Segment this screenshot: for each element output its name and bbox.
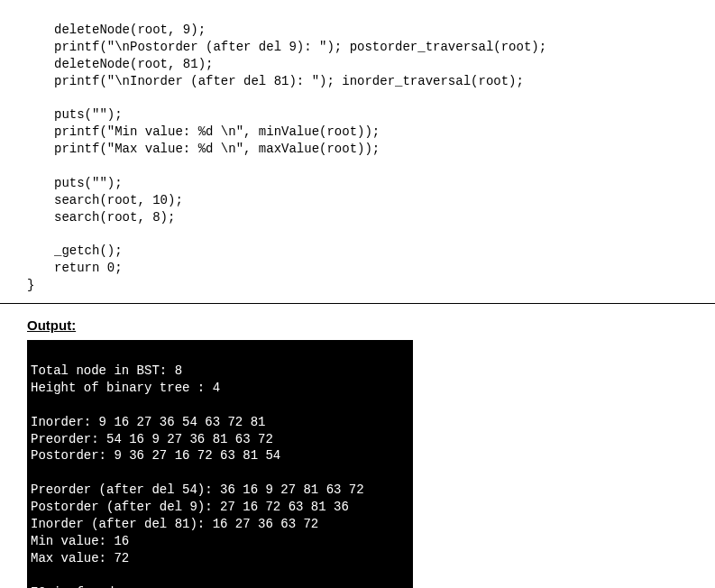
terminal-line: Postorder: 9 36 27 16 72 63 81 54 [31,448,280,463]
terminal-line: Max value: 72 [31,551,129,565]
code-block: deleteNode(root, 9); printf("\nPostorder… [0,0,715,303]
terminal-line: Preorder: 54 16 9 27 36 81 63 72 [31,432,273,446]
terminal-line: Height of binary tree : 4 [31,381,220,395]
terminal-line: 72 is found [31,585,114,588]
terminal-line: Inorder: 9 16 27 36 54 63 72 81 [31,415,265,429]
code-line: deleteNode(root, 9); [54,23,206,37]
code-line: return 0; [54,261,123,275]
code-line: } [27,277,34,294]
code-line: printf("\nPostorder (after del 9): "); p… [54,40,546,54]
code-line: search(root, 8); [54,210,175,225]
terminal-line: Preorder (after del 54): 36 16 9 27 81 6… [31,482,364,497]
code-line: _getch(); [54,243,123,258]
terminal-line: Min value: 16 [31,534,129,548]
terminal-line: Postorder (after del 9): 27 16 72 63 81 … [31,500,349,514]
code-line: printf("\nInorder (after del 81): "); in… [54,74,524,88]
code-line: printf("Max value: %d \n", maxValue(root… [54,142,380,156]
terminal-line: Total node in BST: 8 [31,363,182,378]
code-line: deleteNode(root, 81); [54,57,213,71]
output-section: Output: Total node in BST: 8 Height of b… [0,304,715,588]
terminal-line: Inorder (after del 81): 16 27 36 63 72 [31,517,318,531]
code-line: puts(""); [54,107,123,122]
terminal-output: Total node in BST: 8 Height of binary tr… [27,340,413,588]
code-line: printf("Min value: %d \n", minValue(root… [54,124,380,139]
code-line: search(root, 10); [54,193,183,207]
code-line: puts(""); [54,176,123,190]
output-heading: Output: [27,317,688,333]
